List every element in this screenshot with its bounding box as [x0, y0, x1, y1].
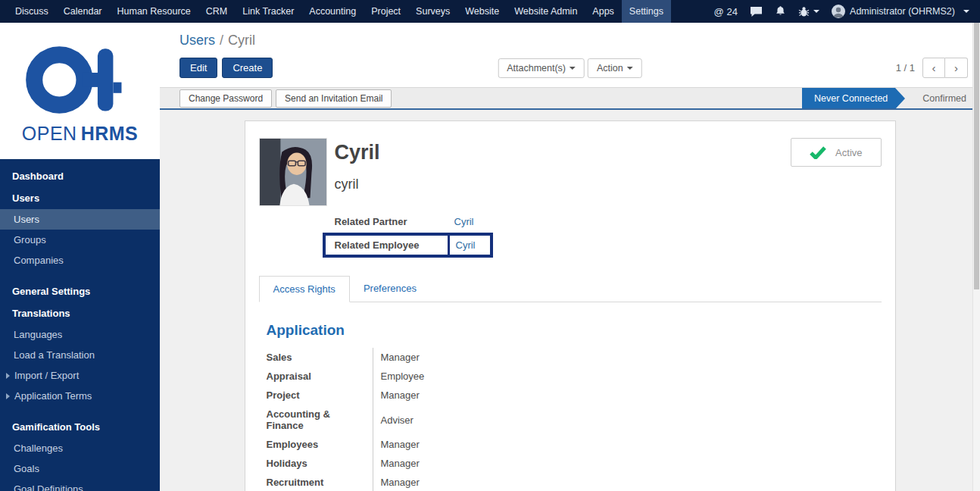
- pager-next-button[interactable]: [945, 58, 968, 78]
- related-partner-label: Related Partner: [335, 216, 454, 227]
- attachments-label: Attachment(s): [507, 63, 566, 73]
- record-actions-group: Attachment(s) Action: [498, 58, 642, 78]
- related-partner-link[interactable]: Cyril: [454, 216, 474, 227]
- sidebar-menu: Dashboard Users Users Groups Companies G…: [0, 159, 160, 491]
- action-label: Action: [597, 63, 623, 73]
- breadcrumb: Users/Cyril: [160, 23, 980, 52]
- table-row: Recruitment Manager: [267, 473, 676, 491]
- edit-button[interactable]: Edit: [179, 58, 217, 78]
- create-button[interactable]: Create: [222, 58, 273, 78]
- chevron-down-icon: [813, 10, 819, 13]
- menu-item-discuss[interactable]: Discuss: [8, 0, 56, 23]
- sidebar-item-languages[interactable]: Languages: [0, 324, 160, 345]
- table-row: Project Manager: [267, 386, 676, 405]
- user-photo[interactable]: [259, 138, 327, 206]
- menu-item-apps[interactable]: Apps: [585, 0, 622, 23]
- menu-item-link-tracker[interactable]: Link Tracker: [235, 0, 301, 23]
- menu-item-website[interactable]: Website: [457, 0, 507, 23]
- scrollbar-thumb[interactable]: [974, 23, 979, 289]
- sidebar-item-load-a-translation[interactable]: Load a Translation: [0, 345, 160, 365]
- chevron-down-icon: [570, 67, 576, 70]
- messages-icon[interactable]: [750, 6, 763, 17]
- sidebar-item-label: Import / Export: [14, 370, 79, 381]
- sidebar-item-groups[interactable]: Groups: [0, 230, 160, 250]
- sidebar-item-companies[interactable]: Companies: [0, 250, 160, 271]
- table-row: Holidays Manager: [267, 454, 676, 473]
- sidebar-item-goal-definitions[interactable]: Goal Definitions: [0, 479, 160, 491]
- menu-item-calendar[interactable]: Calendar: [56, 0, 110, 23]
- state-never-connected[interactable]: Never Connected: [802, 88, 895, 108]
- menu-item-surveys[interactable]: Surveys: [408, 0, 457, 23]
- active-toggle-button[interactable]: Active: [791, 138, 881, 167]
- related-employee-highlight-box: Related Employee Cyril: [323, 233, 493, 258]
- user-name-label: Administrator (OHRMS2): [850, 6, 955, 17]
- sidebar-section-translations[interactable]: Translations: [0, 302, 160, 324]
- menu-item-project[interactable]: Project: [364, 0, 408, 23]
- sidebar-item-goals[interactable]: Goals: [0, 458, 160, 479]
- menu-item-accounting[interactable]: Accounting: [301, 0, 364, 23]
- sidebar-item-challenges[interactable]: Challenges: [0, 438, 160, 458]
- statusbar-states: Never Connected Confirmed: [802, 88, 980, 108]
- sidebar-item-application-terms[interactable]: Application Terms: [0, 386, 160, 406]
- sidebar-item-dashboard[interactable]: Dashboard: [0, 165, 160, 187]
- pager-buttons: [922, 58, 968, 78]
- state-confirmed[interactable]: Confirmed: [910, 88, 980, 108]
- menu-item-settings[interactable]: Settings: [622, 0, 671, 23]
- window-scrollbar[interactable]: [972, 23, 980, 491]
- tab-access-rights[interactable]: Access Rights: [259, 276, 350, 302]
- sidebar-section-gamification-tools[interactable]: Gamification Tools: [0, 416, 160, 438]
- table-row: Appraisal Employee: [267, 367, 676, 386]
- breadcrumb-separator: /: [220, 33, 223, 48]
- app-access-level[interactable]: Employee: [373, 367, 676, 386]
- record-title-area: Cyril cyril: [335, 138, 380, 192]
- related-fields-group: Related Partner Cyril Related Employee C…: [335, 212, 882, 258]
- control-panel: Users/Cyril Edit Create Attachment(s) Ac…: [160, 23, 980, 87]
- user-avatar-small: [832, 5, 845, 18]
- app-access-level[interactable]: Manager: [373, 473, 676, 491]
- pager-counter: 1 / 1: [896, 62, 915, 73]
- app-access-level[interactable]: Manager: [373, 435, 676, 454]
- user-login-subtitle: cyril: [335, 177, 380, 192]
- app-access-level[interactable]: Adviser: [373, 405, 676, 435]
- open-hrms-logo-mark: [23, 42, 137, 120]
- action-dropdown-button[interactable]: Action: [588, 58, 642, 78]
- tab-preferences[interactable]: Preferences: [350, 276, 430, 302]
- attachments-dropdown-button[interactable]: Attachment(s): [498, 58, 585, 78]
- sidebar-item-users[interactable]: Users: [0, 209, 160, 230]
- app-access-level[interactable]: Manager: [373, 386, 676, 405]
- app-label: Sales: [267, 348, 373, 367]
- logo-hrms-text: HRMS: [81, 123, 139, 144]
- menu-item-website-admin[interactable]: Website Admin: [507, 0, 585, 23]
- bug-debug-icon[interactable]: [798, 5, 819, 17]
- notifications-bell-icon[interactable]: [775, 5, 786, 17]
- change-password-button[interactable]: Change Password: [179, 89, 272, 108]
- green-check-icon: [810, 146, 826, 159]
- record-pager: 1 / 1: [896, 58, 968, 78]
- user-account-menu[interactable]: Administrator (OHRMS2): [832, 5, 969, 18]
- related-partner-row: Related Partner Cyril: [335, 212, 882, 231]
- menu-item-human-resource[interactable]: Human Resource: [110, 0, 198, 23]
- notebook-tabs: Access Rights Preferences: [259, 276, 882, 302]
- user-form-sheet: Cyril cyril Active Related Partner Cyril…: [245, 120, 896, 491]
- open-hrms-logo-text: OPENHRMS: [22, 123, 138, 145]
- mention-counter[interactable]: @ 24: [713, 6, 738, 17]
- sidebar-section-users[interactable]: Users: [0, 187, 160, 209]
- topbar-right-tools: @ 24 Administrator (OHRMS2): [713, 0, 980, 23]
- app-access-level[interactable]: Manager: [373, 348, 676, 367]
- sidebar-item-import-export[interactable]: Import / Export: [0, 365, 160, 386]
- form-statusbar: Change Password Send an Invitation Email…: [160, 87, 980, 110]
- table-row: Sales Manager: [267, 348, 676, 367]
- app-label: Accounting & Finance: [267, 405, 373, 435]
- top-navigation-bar: Discuss Calendar Human Resource CRM Link…: [0, 0, 980, 23]
- app-access-level[interactable]: Manager: [373, 454, 676, 473]
- pager-previous-button[interactable]: [922, 58, 945, 78]
- menu-item-crm[interactable]: CRM: [198, 0, 235, 23]
- left-sidebar: OPENHRMS Dashboard Users Users Groups Co…: [0, 23, 160, 491]
- main-content-area: Users/Cyril Edit Create Attachment(s) Ac…: [160, 23, 980, 491]
- app-label: Holidays: [267, 454, 373, 473]
- related-employee-link[interactable]: Cyril: [456, 239, 476, 251]
- send-invitation-email-button[interactable]: Send an Invitation Email: [276, 89, 392, 108]
- sidebar-item-general-settings[interactable]: General Settings: [0, 280, 160, 302]
- app-label: Project: [267, 386, 373, 405]
- breadcrumb-users-link[interactable]: Users: [179, 33, 215, 48]
